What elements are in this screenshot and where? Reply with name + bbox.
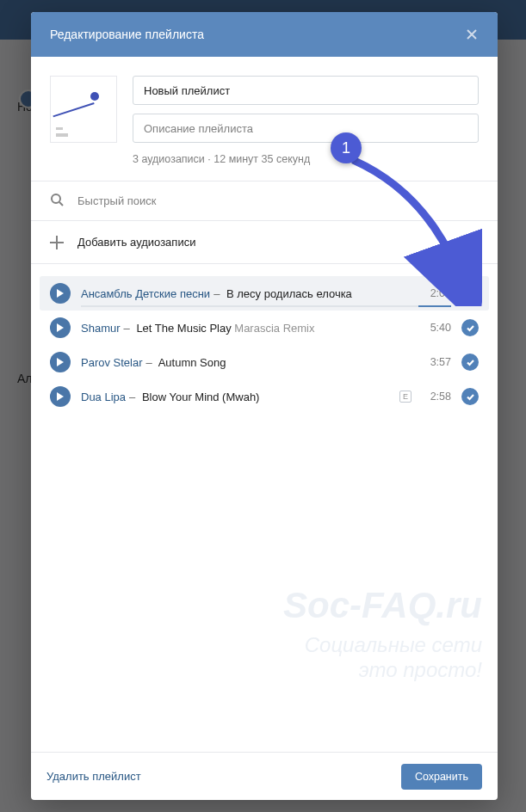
track-separator: – bbox=[146, 356, 152, 369]
track-text: Dua Lipa– Blow Your Mind (Mwah) bbox=[81, 391, 389, 403]
track-duration: 2:09 bbox=[424, 287, 451, 299]
track-row[interactable]: Dua Lipa– Blow Your Mind (Mwah)E2:58 bbox=[40, 379, 489, 414]
cover-bar bbox=[56, 127, 63, 130]
modal-footer: Удалить плейлист Сохранить bbox=[31, 752, 498, 800]
playlist-meta: 3 аудиозаписи · 12 минут 35 секунд bbox=[31, 57, 498, 181]
track-artist: Dua Lipa bbox=[81, 391, 126, 403]
modal-header: Редактирование плейлиста bbox=[31, 12, 498, 57]
track-row[interactable]: Shamur– Let The Music Play Marascia Remi… bbox=[40, 311, 489, 345]
audio-count: 3 аудиозаписи bbox=[133, 153, 205, 165]
meta-fields: 3 аудиозаписи · 12 минут 35 секунд bbox=[133, 76, 479, 165]
track-row[interactable]: Parov Stelar– Autumn Song3:57 bbox=[40, 345, 489, 379]
playlist-name-input[interactable] bbox=[133, 76, 479, 105]
unchecked-circle[interactable] bbox=[461, 285, 479, 302]
track-artist: Parov Stelar bbox=[81, 356, 143, 369]
add-audio-label: Добавить аудиозаписи bbox=[77, 236, 195, 249]
track-duration: 5:40 bbox=[424, 322, 451, 334]
play-icon[interactable] bbox=[50, 352, 71, 372]
playlist-description-input[interactable] bbox=[133, 114, 479, 143]
track-artist: Ансамбль Детские песни bbox=[81, 287, 210, 300]
checkmark-icon[interactable] bbox=[461, 319, 479, 336]
close-icon[interactable] bbox=[465, 28, 479, 41]
delete-playlist-link[interactable]: Удалить плейлист bbox=[46, 770, 141, 783]
watermark-sub: Социальные сетиэто просто! bbox=[283, 633, 482, 683]
search-icon bbox=[50, 193, 64, 210]
checkmark-icon[interactable] bbox=[461, 354, 479, 371]
explicit-icon: E bbox=[399, 391, 412, 403]
svg-point-0 bbox=[52, 194, 60, 203]
plus-icon bbox=[50, 236, 64, 249]
watermark: Soc-FAQ.ru Социальные сетиэто просто! bbox=[283, 585, 482, 683]
cover-line bbox=[53, 102, 94, 117]
search-input[interactable] bbox=[77, 194, 479, 207]
track-list: Soc-FAQ.ru Социальные сетиэто просто! Ан… bbox=[31, 264, 498, 752]
play-icon[interactable] bbox=[50, 283, 71, 304]
modal-title: Редактирование плейлиста bbox=[50, 28, 204, 41]
track-subtitle: Marascia Remix bbox=[232, 322, 315, 335]
annotation-badge-1: 1 bbox=[331, 132, 362, 163]
track-title: Let The Music Play bbox=[133, 322, 232, 335]
track-text: Shamur– Let The Music Play Marascia Remi… bbox=[81, 322, 413, 335]
playlist-edit-modal: Редактирование плейлиста 3 аудиозаписи ·… bbox=[31, 12, 498, 800]
progress-bar[interactable] bbox=[81, 305, 451, 307]
playlist-cover[interactable] bbox=[50, 76, 117, 143]
track-duration: 2:58 bbox=[424, 391, 451, 403]
track-title: В лесу родилась елочка bbox=[223, 287, 352, 300]
progress-fill bbox=[418, 305, 451, 307]
track-text: Ансамбль Детские песни– В лесу родилась … bbox=[81, 287, 413, 300]
add-audio-button[interactable]: Добавить аудиозаписи bbox=[31, 221, 498, 264]
track-duration: 3:57 bbox=[424, 356, 451, 368]
checkmark-icon[interactable] bbox=[461, 388, 479, 405]
cover-bar bbox=[56, 133, 68, 137]
track-row[interactable]: Ансамбль Детские песни– В лесу родилась … bbox=[40, 276, 489, 311]
track-title: Blow Your Mind (Mwah) bbox=[139, 391, 259, 403]
play-icon[interactable] bbox=[50, 386, 71, 407]
track-separator: – bbox=[129, 391, 135, 403]
watermark-title: Soc-FAQ.ru bbox=[283, 585, 482, 626]
play-icon[interactable] bbox=[50, 317, 71, 338]
cover-dot bbox=[90, 92, 99, 101]
track-separator: – bbox=[213, 287, 220, 300]
annotation-number: 1 bbox=[342, 139, 350, 157]
track-text: Parov Stelar– Autumn Song bbox=[81, 356, 413, 369]
track-title: Autumn Song bbox=[156, 356, 226, 369]
total-duration: 12 минут 35 секунд bbox=[213, 153, 310, 165]
playlist-stats: 3 аудиозаписи · 12 минут 35 секунд bbox=[133, 153, 479, 165]
track-separator: – bbox=[124, 322, 130, 335]
search-row bbox=[31, 181, 498, 221]
track-artist: Shamur bbox=[81, 322, 121, 335]
save-button[interactable]: Сохранить bbox=[401, 764, 482, 790]
chevron-right-icon bbox=[467, 237, 479, 249]
